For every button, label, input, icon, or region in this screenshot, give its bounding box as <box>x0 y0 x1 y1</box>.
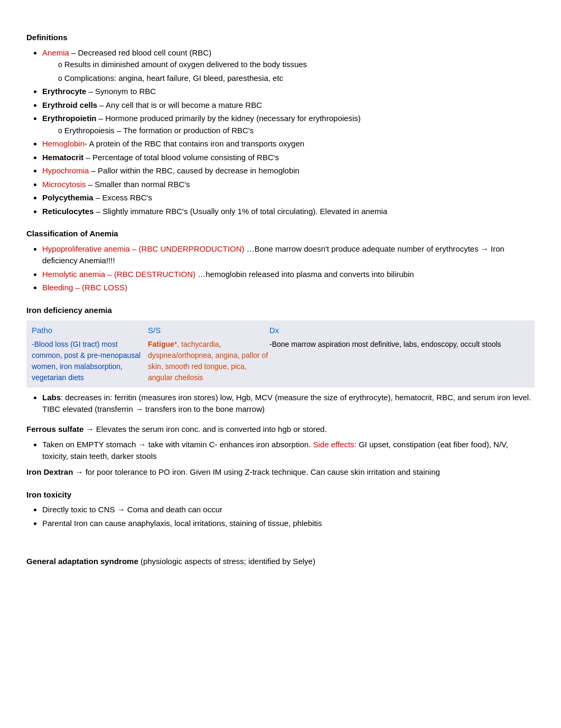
term-erythrocyte-def: – Synonym to RBC <box>86 87 156 96</box>
patho-header-text: Patho <box>32 325 148 337</box>
ss-header-text: S/S <box>148 325 269 337</box>
labs-label: Labs <box>42 393 61 402</box>
term-reticulocytes-def: – Slightly immature RBC's (Usually only … <box>94 207 388 216</box>
general-adaptation-section: General adaptation syndrome (physiologic… <box>26 556 535 568</box>
list-item: Hematocrit – Percentage of total blood v… <box>42 152 535 164</box>
term-microcytosis: Microcytosis <box>42 180 86 189</box>
term-hematocrit-def: – Percentage of total blood volume consi… <box>83 153 279 162</box>
dx-header-text: Dx <box>269 325 529 337</box>
general-adaptation-normal: (physiologic aspects of stress; identifi… <box>138 557 315 566</box>
general-adaptation-bold: General adaptation syndrome <box>26 557 138 566</box>
patho-content: -Blood loss (GI tract) most common, post… <box>32 339 148 383</box>
classification-section: Classification of Anemia Hypoproliferati… <box>26 228 535 294</box>
list-item: Hemolytic anemia – (RBC DESTRUCTION) …he… <box>42 269 535 281</box>
definitions-section: Definitions Anemia – Decreased red blood… <box>26 32 535 217</box>
iron-toxicity-title: Iron toxicity <box>26 489 535 501</box>
fatigue-text: Fatigue <box>148 340 174 348</box>
term-hemolytic: Hemolytic anemia – (RBC DESTRUCTION) <box>42 270 195 279</box>
ferrous-sulfate-arrow: → Elevates the serum iron conc. and is c… <box>83 425 326 434</box>
iron-deficiency-section: Iron deficiency anemia Patho -Blood loss… <box>26 305 535 416</box>
list-item: Polycythemia – Excess RBC's <box>42 192 535 204</box>
erythropoietin-subitems: Erythropoiesis – The formation or produc… <box>58 125 535 137</box>
iron-toxicity-section: Iron toxicity Directly toxic to CNS → Co… <box>26 489 535 530</box>
term-hemoglobin: Hemoglobin <box>42 139 85 148</box>
list-item: Taken on EMPTY stomach → take with vitam… <box>42 439 535 463</box>
list-item: Hypochromia – Pallor within the RBC, cau… <box>42 165 535 177</box>
list-item: Reticulocytes – Slightly immature RBC's … <box>42 206 535 218</box>
labs-text: : decreases in: ferritin (measures iron … <box>42 393 531 414</box>
definitions-list: Anemia – Decreased red blood cell count … <box>42 47 535 218</box>
term-hypochromia: Hypochromia <box>42 166 89 175</box>
term-erythrocyte: Erythrocyte <box>42 87 86 96</box>
ferrous-sulfate-section: Ferrous sulfate → Elevates the serum iro… <box>26 423 535 478</box>
ferrous-sulfate-main: Ferrous sulfate → Elevates the serum iro… <box>26 423 535 436</box>
term-hypoproliferative: Hypoproliferative anemia – (RBC UNDERPRO… <box>42 244 245 253</box>
list-item: Microcytosis – Smaller than normal RBC's <box>42 179 535 191</box>
list-item: Erythroid cells – Any cell that is or wi… <box>42 99 535 112</box>
list-item: Hypoproliferative anemia – (RBC UNDERPRO… <box>42 243 535 267</box>
term-anemia-def: – Decreased red blood cell count (RBC) <box>69 48 211 57</box>
erythropoiesis-def: Erythropoiesis – The formation or produc… <box>64 126 254 135</box>
list-item: Results in diminished amount of oxygen d… <box>58 59 535 71</box>
iron-toxicity-list: Directly toxic to CNS → Coma and death c… <box>42 504 535 529</box>
ss-content: Fatigue*, tachycardia, dyspnea/orthopnea… <box>148 339 269 383</box>
list-item: Directly toxic to CNS → Coma and death c… <box>42 504 535 516</box>
term-hemoglobin-def: - A protein of the RBC that contains iro… <box>85 139 304 148</box>
term-microcytosis-def: – Smaller than normal RBC's <box>86 180 190 189</box>
list-item: Erythropoietin – Hormone produced primar… <box>42 113 535 136</box>
ferrous-sulfate-list: Taken on EMPTY stomach → take with vitam… <box>42 439 535 463</box>
term-erythroid: Erythroid cells <box>42 100 97 109</box>
iron-dextran-text: Iron Dextran → for poor tolerance to PO … <box>26 466 535 478</box>
term-polycythemia: Polycythemia <box>42 193 94 202</box>
ferrous-sulfate-label: Ferrous sulfate <box>26 425 83 434</box>
term-erythroid-def: – Any cell that is or will become a matu… <box>97 100 262 109</box>
definitions-title: Definitions <box>26 32 535 44</box>
iron-deficiency-title: Iron deficiency anemia <box>26 305 535 317</box>
toxicity-item2: Parental Iron can cause anaphylaxis, loc… <box>42 519 322 528</box>
term-erythropoietin: Erythropoietin <box>42 114 97 123</box>
list-item: Anemia – Decreased red blood cell count … <box>42 47 535 85</box>
anemia-sub1: Results in diminished amount of oxygen d… <box>64 60 307 69</box>
list-item: Erythropoiesis – The formation or produc… <box>58 125 535 137</box>
col-dx-header: Dx -Bone marrow aspiration most definiti… <box>269 325 529 383</box>
table-header-row: Patho -Blood loss (GI tract) most common… <box>32 325 529 383</box>
term-hematocrit: Hematocrit <box>42 153 83 162</box>
iron-dextran-desc: → for poor tolerance to PO iron. Given I… <box>73 467 440 476</box>
toxicity-item1: Directly toxic to CNS → Coma and death c… <box>42 505 222 514</box>
list-item: Hemoglobin- A protein of the RBC that co… <box>42 138 535 150</box>
anemia-sub2: Complications: angina, heart failure, GI… <box>64 73 283 82</box>
term-hypochromia-def: – Pallor within the RBC, caused by decre… <box>89 166 300 175</box>
term-erythropoietin-def: – Hormone produced primarily by the kidn… <box>97 114 361 123</box>
iron-dextran-label: Iron Dextran <box>26 467 73 476</box>
list-item: Parental Iron can cause anaphylaxis, loc… <box>42 518 535 530</box>
anemia-subitems: Results in diminished amount of oxygen d… <box>58 59 535 84</box>
side-effects-label: Side effects: <box>313 440 356 449</box>
list-item: Erythrocyte – Synonym to RBC <box>42 86 535 98</box>
col-ss-header: S/S Fatigue*, tachycardia, dyspnea/ortho… <box>148 325 269 383</box>
term-polycythemia-def: – Excess RBC's <box>94 193 152 202</box>
term-anemia: Anemia <box>42 48 69 57</box>
general-adaptation-text: General adaptation syndrome (physiologic… <box>26 556 535 568</box>
dx-content: -Bone marrow aspiration most definitive,… <box>269 339 529 350</box>
col-patho-header: Patho -Blood loss (GI tract) most common… <box>32 325 148 383</box>
ferrous-empty-stomach: Taken on EMPTY stomach → take with vitam… <box>42 440 313 449</box>
term-reticulocytes: Reticulocytes <box>42 207 94 216</box>
term-bleeding: Bleeding – (RBC LOSS) <box>42 283 127 292</box>
list-item: Labs: decreases in: ferritin (measures i… <box>42 392 535 416</box>
classification-list: Hypoproliferative anemia – (RBC UNDERPRO… <box>42 243 535 294</box>
list-item: Bleeding – (RBC LOSS) <box>42 282 535 294</box>
labs-list: Labs: decreases in: ferritin (measures i… <box>42 392 535 416</box>
classification-title: Classification of Anemia <box>26 228 535 240</box>
list-item: Complications: angina, heart failure, GI… <box>58 72 535 85</box>
hemolytic-def: …hemoglobin released into plasma and con… <box>195 270 414 279</box>
iron-deficiency-table: Patho -Blood loss (GI tract) most common… <box>26 320 535 388</box>
